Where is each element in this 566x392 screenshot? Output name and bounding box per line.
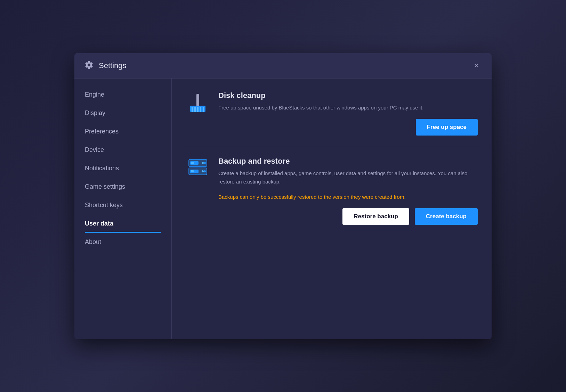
settings-title: Settings	[99, 61, 127, 70]
disk-cleanup-description: Free up space unused by BlueStacks so th…	[218, 104, 478, 112]
modal-header: Settings ×	[74, 53, 492, 79]
backup-restore-section: Backup and restore Create a backup of in…	[186, 157, 478, 225]
svg-rect-4	[200, 107, 201, 112]
sidebar-item-game-settings[interactable]: Game settings	[74, 178, 171, 196]
create-backup-button[interactable]: Create backup	[415, 208, 478, 225]
svg-rect-5	[203, 107, 204, 112]
svg-point-18	[204, 170, 206, 172]
section-divider	[186, 146, 478, 146]
backup-warning: Backups can only be successfully restore…	[218, 193, 478, 201]
svg-rect-2	[194, 107, 196, 112]
free-up-space-button[interactable]: Free up space	[416, 119, 478, 136]
disk-cleanup-content: Disk cleanup Free up space unused by Blu…	[218, 91, 478, 136]
svg-rect-10	[191, 162, 194, 164]
sidebar-item-notifications[interactable]: Notifications	[74, 159, 171, 178]
backup-icon	[186, 158, 210, 177]
sidebar-item-device[interactable]: Device	[74, 141, 171, 159]
svg-rect-16	[191, 170, 194, 172]
sidebar-item-engine[interactable]: Engine	[74, 85, 171, 104]
header-left: Settings	[84, 60, 127, 71]
disk-cleanup-icon	[186, 92, 210, 115]
sidebar-item-shortcut-keys[interactable]: Shortcut keys	[74, 196, 171, 214]
sidebar-item-preferences[interactable]: Preferences	[74, 122, 171, 141]
restore-backup-button[interactable]: Restore backup	[342, 208, 409, 225]
svg-rect-3	[197, 107, 199, 112]
svg-point-12	[204, 162, 206, 164]
sidebar-item-user-data[interactable]: User data	[74, 214, 171, 233]
disk-cleanup-section: Disk cleanup Free up space unused by Blu…	[186, 91, 478, 136]
sidebar-item-display[interactable]: Display	[74, 104, 171, 122]
backup-restore-description: Create a backup of installed apps, game …	[218, 169, 478, 186]
backup-restore-actions: Restore backup Create backup	[218, 208, 478, 225]
svg-rect-6	[196, 94, 199, 106]
svg-point-17	[202, 170, 204, 172]
disk-cleanup-actions: Free up space	[218, 119, 478, 136]
backup-restore-content: Backup and restore Create a backup of in…	[218, 157, 478, 225]
disk-cleanup-inner: Disk cleanup Free up space unused by Blu…	[186, 91, 478, 136]
svg-rect-1	[192, 107, 193, 112]
gear-icon	[84, 60, 94, 71]
main-content: Disk cleanup Free up space unused by Blu…	[172, 79, 492, 339]
modal-body: Engine Display Preferences Device Notifi…	[74, 79, 492, 339]
disk-cleanup-title: Disk cleanup	[218, 91, 478, 100]
sidebar-item-about[interactable]: About	[74, 233, 171, 251]
backup-restore-inner: Backup and restore Create a backup of in…	[186, 157, 478, 225]
settings-modal: Settings × Engine Display Preferences De…	[74, 53, 492, 339]
backup-restore-title: Backup and restore	[218, 157, 478, 166]
sidebar: Engine Display Preferences Device Notifi…	[74, 79, 172, 339]
close-icon[interactable]: ×	[471, 60, 482, 71]
svg-point-11	[202, 162, 204, 164]
